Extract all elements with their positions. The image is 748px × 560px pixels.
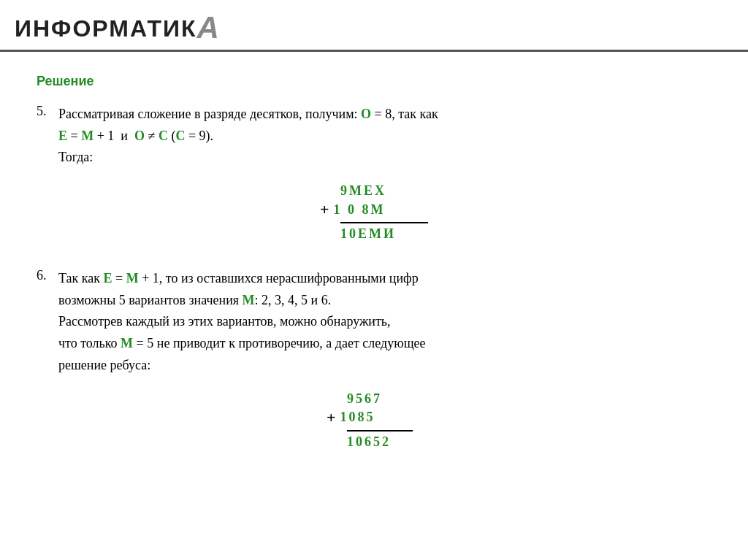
math-6-second: 1085 [340,410,375,425]
math-block-5: 9МЕХ + 1 0 8М 10ЕМИ [37,183,711,242]
math-6-result: 10652 [347,434,421,450]
item-5-content: Рассматривая сложение в разряде десятков… [58,104,711,169]
math-6-top: 9567 [347,391,421,407]
item-6: 6. Так как Е = М + 1, то из оставшихся н… [37,268,711,449]
math-5-top: 9МЕХ [340,183,428,199]
header: ИНФОРМАТИКА [0,0,748,52]
item-5: 5. Рассматривая сложение в разряде десят… [37,104,711,242]
content: Решение 5. Рассматривая сложение в разря… [0,52,748,486]
math-block-6: 9567 + 1085 10652 [37,391,711,450]
math-5-second: 1 0 8М [334,202,386,218]
section-title: Решение [37,74,711,89]
item-6-content: Так как Е = М + 1, то из оставшихся нера… [58,268,711,376]
item-5-number: 5. [37,104,58,119]
math-5-result: 10ЕМИ [340,226,428,242]
header-title: ИНФОРМАТИКА [15,9,221,44]
item-6-number: 6. [37,268,58,283]
